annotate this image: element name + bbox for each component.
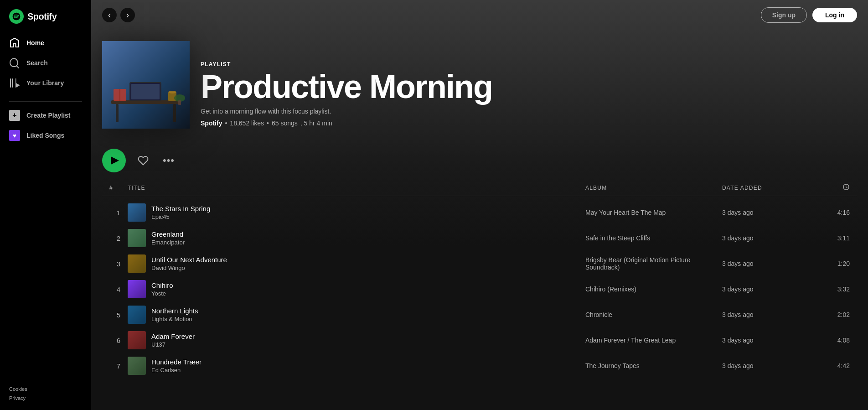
track-info-1: The Stars In Spring Epic45 <box>128 203 585 222</box>
track-title-wrap-6: Adam Forever U137 <box>151 332 195 348</box>
track-title-1: The Stars In Spring <box>151 205 210 213</box>
track-row[interactable]: 5 Northern Lights Lights & Motion Chroni… <box>102 302 857 327</box>
track-duration-2: 3:11 <box>813 234 850 242</box>
create-playlist-item[interactable]: + Create Playlist <box>0 105 91 125</box>
col-header-album: ALBUM <box>585 185 722 191</box>
play-icon <box>111 156 119 165</box>
track-artist-3[interactable]: David Wingo <box>151 265 227 271</box>
playlist-header: PLAYLIST Productive Morning Get into a m… <box>91 30 868 140</box>
track-title-wrap-4: Chihiro Yoste <box>151 281 173 297</box>
playlist-songs: 65 songs <box>272 119 298 127</box>
track-title-wrap-7: Hundrede Træer Ed Carlsen <box>151 358 202 374</box>
playlist-creator[interactable]: Spotify <box>201 119 222 127</box>
track-row[interactable]: 1 The Stars In Spring Epic45 May Your He… <box>102 200 857 225</box>
track-album-5[interactable]: Chronicle <box>585 311 722 318</box>
track-info-2: Greenland Emancipator <box>128 229 585 247</box>
sidebar-item-home[interactable]: Home <box>0 33 91 53</box>
main-content: ‹ › Sign up Log in <box>91 0 868 410</box>
top-bar: ‹ › Sign up Log in <box>91 0 868 30</box>
track-duration-6: 4:08 <box>813 337 850 344</box>
track-title-wrap-3: Until Our Next Adventure David Wingo <box>151 256 227 271</box>
sidebar-footer: Cookies Privacy <box>0 377 91 410</box>
sidebar: Spotify Home Search <box>0 0 91 410</box>
track-thumbnail-4 <box>128 280 146 298</box>
track-album-3[interactable]: Brigsby Bear (Original Motion Picture So… <box>585 256 722 271</box>
track-duration-1: 4:16 <box>813 209 850 216</box>
track-album-1[interactable]: May Your Heart Be The Map <box>585 209 722 216</box>
track-row[interactable]: 2 Greenland Emancipator Safe in the Stee… <box>102 225 857 251</box>
svg-rect-2 <box>116 104 119 122</box>
track-row[interactable]: 4 Chihiro Yoste Chihiro (Remixes) 3 days… <box>102 276 857 302</box>
svg-rect-12 <box>178 100 181 105</box>
track-number-3: 3 <box>109 260 128 268</box>
track-thumbnail-2 <box>128 229 146 247</box>
track-number-5: 5 <box>109 311 128 319</box>
track-artist-6[interactable]: U137 <box>151 341 195 348</box>
track-date-1: 3 days ago <box>722 209 813 216</box>
track-row[interactable]: 7 Hundrede Træer Ed Carlsen The Journey … <box>102 353 857 379</box>
track-title-3: Until Our Next Adventure <box>151 256 227 264</box>
create-playlist-icon: + <box>9 110 20 121</box>
track-artist-1[interactable]: Epic45 <box>151 213 210 220</box>
track-number-1: 1 <box>109 209 128 217</box>
spotify-logo[interactable]: Spotify <box>9 9 57 24</box>
sidebar-item-search[interactable]: Search <box>0 53 91 73</box>
logo-area: Spotify <box>0 0 91 28</box>
playlist-title: Productive Morning <box>201 70 492 103</box>
more-options-button[interactable]: ••• <box>160 152 177 169</box>
sidebar-nav: Home Search Your Library <box>0 28 91 98</box>
track-info-6: Adam Forever U137 <box>128 331 585 349</box>
track-list: # TITLE ALBUM DATE ADDED 1 The Stars In … <box>91 182 868 397</box>
col-header-num: # <box>109 185 128 191</box>
liked-songs-icon: ♥ <box>9 130 20 141</box>
forward-button[interactable]: › <box>120 8 135 22</box>
playlist-controls: ••• <box>91 140 868 182</box>
play-button[interactable] <box>102 149 126 172</box>
track-date-4: 3 days ago <box>722 285 813 293</box>
back-button[interactable]: ‹ <box>102 8 117 22</box>
signup-button[interactable]: Sign up <box>761 7 807 23</box>
track-row[interactable]: 6 Adam Forever U137 Adam Forever / The G… <box>102 327 857 353</box>
track-thumbnail-3 <box>128 254 146 273</box>
track-album-4[interactable]: Chihiro (Remixes) <box>585 285 722 293</box>
cookies-link[interactable]: Cookies <box>9 386 82 392</box>
track-number-2: 2 <box>109 234 128 242</box>
track-album-7[interactable]: The Journey Tapes <box>585 362 722 369</box>
track-info-3: Until Our Next Adventure David Wingo <box>128 254 585 273</box>
track-album-6[interactable]: Adam Forever / The Great Leap <box>585 337 722 344</box>
sidebar-item-home-label: Home <box>26 39 44 47</box>
track-artist-7[interactable]: Ed Carlsen <box>151 367 202 374</box>
playlist-duration: , 5 hr 4 min <box>300 119 332 127</box>
library-icon <box>9 78 20 88</box>
save-button[interactable] <box>135 152 151 169</box>
track-number-6: 6 <box>109 337 128 344</box>
col-header-duration <box>813 183 850 192</box>
sidebar-item-library-label: Your Library <box>26 79 64 87</box>
playlist-cover-art <box>102 41 190 129</box>
liked-songs-item[interactable]: ♥ Liked Songs <box>0 125 91 145</box>
svg-point-8 <box>168 91 176 93</box>
privacy-link[interactable]: Privacy <box>9 395 82 401</box>
spotify-logo-icon <box>9 9 24 24</box>
track-title-2: Greenland <box>151 230 185 238</box>
top-bar-actions: Sign up Log in <box>761 7 857 23</box>
playlist-likes: 18,652 likes <box>230 119 264 127</box>
track-artist-5[interactable]: Lights & Motion <box>151 316 198 322</box>
track-artist-2[interactable]: Emancipator <box>151 239 185 246</box>
playlist-type-label: PLAYLIST <box>201 61 492 67</box>
sidebar-item-library[interactable]: Your Library <box>0 73 91 93</box>
track-thumbnail-6 <box>128 331 146 349</box>
track-info-4: Chihiro Yoste <box>128 280 585 298</box>
playlist-info: PLAYLIST Productive Morning Get into a m… <box>201 61 492 129</box>
track-number-7: 7 <box>109 362 128 370</box>
track-album-2[interactable]: Safe in the Steep Cliffs <box>585 234 722 242</box>
track-title-wrap-5: Northern Lights Lights & Motion <box>151 307 198 322</box>
track-duration-7: 4:42 <box>813 362 850 369</box>
track-date-3: 3 days ago <box>722 260 813 267</box>
sidebar-item-search-label: Search <box>26 59 48 67</box>
login-button[interactable]: Log in <box>812 8 857 22</box>
track-row[interactable]: 3 Until Our Next Adventure David Wingo B… <box>102 251 857 276</box>
track-date-2: 3 days ago <box>722 234 813 242</box>
track-artist-4[interactable]: Yoste <box>151 290 173 297</box>
liked-songs-label: Liked Songs <box>26 132 64 139</box>
